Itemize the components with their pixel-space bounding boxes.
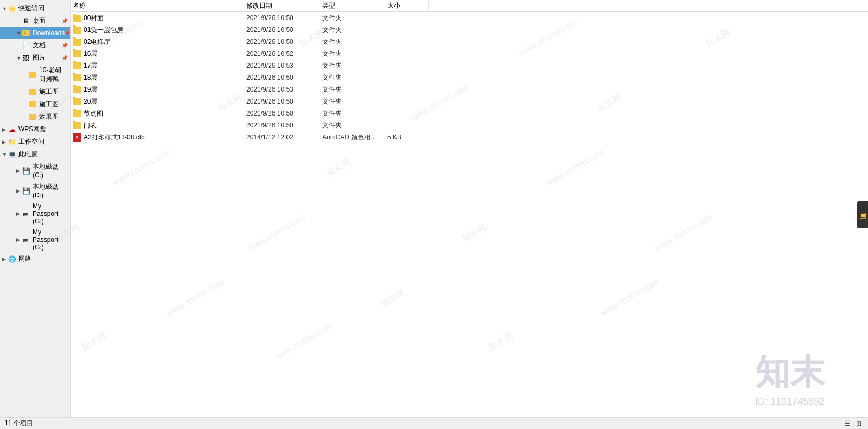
- c-chevron: [16, 168, 22, 174]
- passport-g2-icon: 🖴: [22, 235, 30, 244]
- pictures-icon: 🖼: [22, 54, 30, 62]
- view-list-icon[interactable]: ☰: [842, 419, 852, 428]
- sidebar-quick-access[interactable]: ⭐ 快速访问: [0, 2, 70, 15]
- sidebar-item-sg2[interactable]: 施工图: [0, 98, 70, 111]
- downloads-icon: [22, 29, 30, 37]
- table-row[interactable]: 16层2021/9/26 10:52文件夹: [71, 48, 868, 60]
- column-headers: 名称 修改日期 类型 大小: [71, 0, 868, 12]
- file-date-cell: 2021/9/26 10:50: [244, 121, 320, 129]
- sidebar-drive-g2[interactable]: 🖴 My Passport (G:): [0, 227, 70, 253]
- drive-d-label: 本地磁盘 (D:): [33, 182, 68, 199]
- passport-g1-label: My Passport (G:): [33, 202, 68, 225]
- quick-access-label: 快速访问: [18, 4, 44, 13]
- pc-icon: 💻: [8, 150, 16, 159]
- pictures-chevron: [16, 55, 22, 61]
- file-date-cell: 2021/9/26 10:50: [244, 14, 320, 22]
- desktop-icon: 🖥: [22, 17, 30, 25]
- table-row[interactable]: AA2打印样式13-08.ctb2014/1/12 12:02AutoCAD 颜…: [71, 131, 868, 143]
- file-date-cell: 2021/9/26 10:53: [244, 86, 320, 93]
- sidebar-drive-g1[interactable]: 🖴 My Passport (G:): [0, 201, 70, 227]
- table-row[interactable]: 18层2021/9/26 10:50文件夹: [71, 72, 868, 84]
- desktop-label: 桌面: [33, 16, 46, 25]
- sidebar: ⭐ 快速访问 🖥 桌面 📌 Downloads 📌 📄 文档 📌 🖼: [0, 0, 71, 417]
- col-header-type[interactable]: 类型: [320, 1, 385, 10]
- table-row[interactable]: 01负一层包房2021/9/26 10:50文件夹: [71, 24, 868, 36]
- table-row[interactable]: 门表2021/9/26 10:50文件夹: [71, 119, 868, 131]
- pc-chevron: [2, 152, 8, 157]
- col-header-name[interactable]: 名称: [71, 1, 244, 10]
- folder-icon: [73, 122, 81, 129]
- bbq-label: 10-老胡同烤鸭: [39, 66, 68, 84]
- file-type-cell: 文件夹: [320, 25, 385, 35]
- sidebar-network[interactable]: 🌐 网络: [0, 253, 70, 265]
- file-type-cell: 文件夹: [320, 49, 385, 59]
- folder-icon: [73, 27, 81, 34]
- file-date-cell: 2021/9/26 10:50: [244, 110, 320, 117]
- sidebar-item-pictures[interactable]: 🖼 图片 📌: [0, 52, 70, 64]
- folder-icon: [73, 110, 81, 117]
- sidebar-item-bbq[interactable]: 10-老胡同烤鸭: [0, 64, 70, 86]
- pc-label: 此电脑: [18, 150, 38, 159]
- sidebar-drive-c[interactable]: 💾 本地磁盘 (C:): [0, 161, 70, 181]
- file-type-cell: 文件夹: [320, 121, 385, 130]
- sg2-label: 施工图: [39, 100, 59, 109]
- drive-c-label: 本地磁盘 (C:): [33, 162, 68, 179]
- workspace-label: 工作空间: [18, 137, 44, 146]
- passport-g2-label: My Passport (G:): [33, 228, 68, 251]
- sidebar-workspace[interactable]: 📁 工作空间: [0, 136, 70, 148]
- table-row[interactable]: 节点图2021/9/26 10:50文件夹: [71, 107, 868, 119]
- sidebar-item-sg1[interactable]: 施工图: [0, 86, 70, 98]
- folder-icon: [73, 50, 81, 57]
- file-type-cell: 文件夹: [320, 109, 385, 118]
- status-right: ☰ ⊞: [842, 419, 864, 428]
- sidebar-item-documents[interactable]: 📄 文档 📌: [0, 39, 70, 52]
- file-list: 00封面2021/9/26 10:50文件夹01负一层包房2021/9/26 1…: [71, 12, 868, 417]
- file-date-cell: 2021/9/26 10:50: [244, 74, 320, 81]
- network-label: 网络: [18, 254, 31, 264]
- sidebar-item-downloads[interactable]: Downloads 📌: [0, 27, 70, 39]
- content-area: 名称 修改日期 类型 大小 00封面2021/9/26 10:50文件夹01负一…: [71, 0, 868, 417]
- folder-icon: [73, 15, 81, 22]
- file-name-cell: 02电梯厅: [71, 37, 244, 47]
- file-label: 节点图: [84, 109, 103, 118]
- file-label: 00封面: [84, 14, 104, 23]
- file-type-cell: 文件夹: [320, 97, 385, 106]
- col-header-date[interactable]: 修改日期: [244, 1, 320, 10]
- file-label: 17层: [84, 61, 97, 71]
- file-label: 20层: [84, 97, 97, 106]
- sidebar-item-effect[interactable]: 效果图: [0, 111, 70, 123]
- table-row[interactable]: 19层2021/9/26 10:53文件夹: [71, 84, 868, 95]
- pictures-pin-icon: 📌: [62, 55, 68, 61]
- file-date-cell: 2021/9/26 10:50: [244, 98, 320, 105]
- documents-pin-icon: 📌: [62, 43, 68, 48]
- table-row[interactable]: 00封面2021/9/26 10:50文件夹: [71, 12, 868, 24]
- desktop-pin-icon: 📌: [62, 18, 68, 24]
- table-row[interactable]: 02电梯厅2021/9/26 10:50文件夹: [71, 36, 868, 48]
- sg2-folder-icon: [28, 100, 37, 109]
- ctb-file-icon: A: [73, 133, 81, 142]
- network-icon: 🌐: [8, 255, 16, 264]
- col-header-size[interactable]: 大小: [385, 1, 429, 10]
- status-bar: 11 个项目 ☰ ⊞: [0, 417, 868, 429]
- side-button[interactable]: [857, 201, 868, 228]
- sidebar-drive-d[interactable]: 💾 本地磁盘 (D:): [0, 181, 70, 201]
- file-type-cell: 文件夹: [320, 85, 385, 94]
- file-label: 02电梯厅: [84, 37, 110, 47]
- sidebar-wps[interactable]: ☁ WPS网盘: [0, 123, 70, 136]
- table-row[interactable]: 17层2021/9/26 10:53文件夹: [71, 60, 868, 72]
- pictures-label: 图片: [33, 53, 46, 62]
- folder-icon: [73, 62, 81, 69]
- folder-icon: [73, 39, 81, 46]
- view-grid-icon[interactable]: ⊞: [854, 419, 864, 428]
- sidebar-item-desktop[interactable]: 🖥 桌面 📌: [0, 15, 70, 27]
- star-icon: ⭐: [8, 4, 16, 13]
- file-type-cell: AutoCAD 颜色相...: [320, 133, 385, 142]
- drive-d-icon: 💾: [22, 187, 30, 195]
- sidebar-this-pc[interactable]: 💻 此电脑: [0, 148, 70, 161]
- table-row[interactable]: 20层2021/9/26 10:50文件夹: [71, 95, 868, 107]
- documents-icon: 📄: [22, 41, 30, 50]
- downloads-label: Downloads: [33, 29, 65, 37]
- sg1-folder-icon: [28, 88, 37, 97]
- file-name-cell: 17层: [71, 61, 244, 71]
- g1-chevron: [16, 211, 22, 216]
